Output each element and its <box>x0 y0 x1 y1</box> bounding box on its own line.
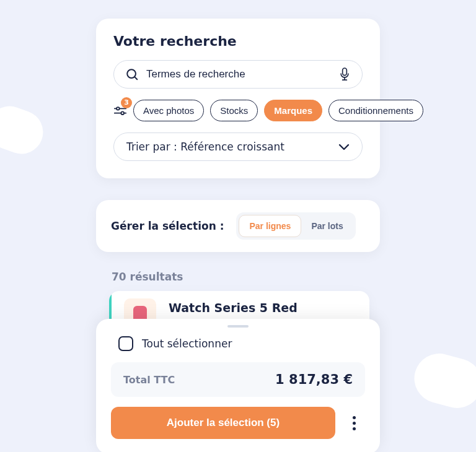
filter-pill-photos[interactable]: Avec photos <box>133 100 204 121</box>
svg-line-1 <box>134 77 137 79</box>
sort-dropdown[interactable]: Trier par : Référence croissant <box>113 133 363 161</box>
manage-selection-card: Gérer la sélection : Par lignes Par lots <box>96 200 380 252</box>
select-all-label: Tout sélectionner <box>142 337 232 350</box>
search-icon <box>125 67 139 81</box>
select-all-checkbox[interactable] <box>118 336 133 351</box>
product-title: Watch Series 5 Red <box>169 301 298 315</box>
select-all-row: Tout sélectionner <box>118 336 365 351</box>
dot-icon <box>353 427 356 430</box>
decorative-shape-left <box>0 100 49 160</box>
chevron-down-icon <box>338 143 350 150</box>
filter-count-badge: 3 <box>121 97 132 108</box>
decorative-shape-right <box>409 348 476 414</box>
sort-label: Trier par : Référence croissant <box>126 141 284 153</box>
svg-point-6 <box>117 107 120 110</box>
dot-icon <box>353 422 356 425</box>
search-input-container <box>113 60 363 89</box>
more-button[interactable] <box>343 416 365 430</box>
manage-segment: Par lignes Par lots <box>236 212 355 240</box>
search-card: Votre recherche <box>96 19 380 178</box>
segment-by-lines[interactable]: Par lignes <box>239 215 301 237</box>
search-input[interactable] <box>146 68 331 80</box>
total-label: Total TTC <box>123 374 175 386</box>
manage-selection-label: Gérer la sélection : <box>111 220 224 232</box>
action-row: Ajouter la sélection (5) <box>111 407 365 439</box>
results-count: 70 résultats <box>112 271 183 283</box>
dot-icon <box>353 416 356 419</box>
svg-rect-2 <box>343 68 347 76</box>
svg-point-8 <box>121 111 124 115</box>
filter-pill-brands[interactable]: Marques <box>264 100 322 121</box>
selection-panel: Tout sélectionner Total TTC 1 817,83 € A… <box>96 319 380 452</box>
filter-pill-packaging[interactable]: Conditionnements <box>328 100 423 121</box>
add-selection-button[interactable]: Ajouter la sélection (5) <box>111 407 335 439</box>
search-title: Votre recherche <box>113 33 363 49</box>
filter-pill-stocks[interactable]: Stocks <box>210 100 258 121</box>
total-row: Total TTC 1 817,83 € <box>111 362 365 397</box>
drag-handle[interactable] <box>227 325 249 328</box>
segment-by-lots[interactable]: Par lots <box>301 215 353 237</box>
total-value: 1 817,83 € <box>275 372 353 387</box>
microphone-icon[interactable] <box>338 67 351 82</box>
filter-settings-button[interactable]: 3 <box>113 102 127 120</box>
filter-row: 3 Avec photos Stocks Marques Conditionne… <box>113 100 363 121</box>
